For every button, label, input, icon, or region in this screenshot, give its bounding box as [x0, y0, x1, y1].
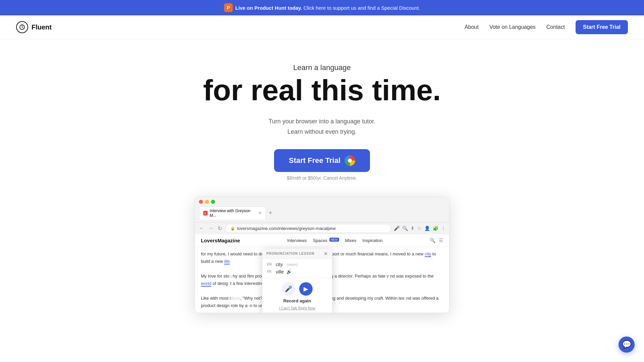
nav-links: About Vote on Languages Contact Start Fr… [465, 20, 628, 34]
address-text: loversmagazine.com/interviews/greyson-ma… [237, 226, 336, 231]
tab-label: Interview with Greyson M... [210, 208, 255, 218]
address-box[interactable]: 🔒 loversmagazine.com/interviews/greyson-… [225, 224, 391, 233]
website-content: LoversMagazine Interviews Spaces NEW Mix… [195, 234, 449, 313]
popup-close-icon[interactable]: ✕ [324, 251, 328, 256]
extension-icon[interactable]: 🧩 [433, 226, 438, 231]
tab-favicon: L [203, 211, 208, 216]
browser-tab-bar: L Interview with Greyson M... ✕ + [199, 206, 445, 220]
site-nav: Interviews Spaces NEW Mixes Inspiration [287, 238, 382, 243]
hero-subtitle: Learn a language [7, 63, 637, 72]
hero-cta-label: Start Free Trial [289, 156, 340, 165]
lock-icon: 🔒 [230, 226, 235, 231]
top-banner[interactable]: P Live on Product Hunt today. Click here… [0, 0, 644, 15]
play-button[interactable]: ▶ [299, 282, 313, 296]
dot-yellow[interactable] [205, 200, 209, 204]
site-nav-icons: 🔍 ☰ [430, 238, 443, 243]
site-nav-interviews[interactable]: Interviews [287, 238, 307, 243]
speaker-icon[interactable]: 🔊 [286, 269, 292, 274]
chrome-icon [344, 155, 355, 166]
banner-text: Live on Product Hunt today. Click here t… [235, 5, 420, 11]
hero-section: Learn a language for real this time. Tur… [0, 39, 644, 197]
nav-about[interactable]: About [465, 24, 479, 30]
new-badge: NEW [329, 238, 339, 242]
logo-icon [16, 21, 28, 33]
nav-logo[interactable]: Fluent [16, 21, 52, 33]
popup-en-row: EN city (noun) [262, 259, 332, 268]
site-search-icon[interactable]: 🔍 [430, 238, 435, 243]
menu-icon[interactable]: ⋮ [441, 226, 446, 231]
hero-description: Turn your browser into a language tutor.… [7, 116, 637, 137]
popup-header: PRONUNCIATION LESSON ✕ [262, 249, 332, 259]
nav-start-trial-button[interactable]: Start Free Trial [576, 20, 628, 34]
popup-en-pos: (noun) [287, 262, 298, 266]
tab-close-icon[interactable]: ✕ [259, 211, 262, 215]
site-nav-inspiration[interactable]: Inspiration [363, 238, 383, 243]
hero-title: for real this time. [7, 75, 637, 106]
site-header: LoversMagazine Interviews Spaces NEW Mix… [195, 234, 449, 247]
browser-chrome: L Interview with Greyson M... ✕ + [195, 197, 449, 223]
hero-cta-wrap: Start Free Trial $8/mth or $50/yr. Cance… [7, 149, 637, 181]
nav-contact[interactable]: Contact [546, 24, 565, 30]
record-buttons: 🎤 ▶ [282, 282, 313, 296]
site-menu-icon[interactable]: ☰ [439, 238, 443, 243]
microphone-button[interactable]: 🎤 [282, 282, 295, 296]
word-world[interactable]: world [201, 281, 211, 287]
profile-icon[interactable]: 👤 [424, 226, 430, 231]
producthunt-icon: P [224, 3, 233, 12]
site-nav-spaces[interactable]: Spaces NEW [313, 238, 339, 243]
popup-en-word: city [276, 262, 283, 267]
reload-icon[interactable]: ↻ [217, 225, 223, 232]
popup-fr-word: ville [276, 269, 284, 275]
popup-record-area: 🎤 ▶ Record again I Can't Talk Right Now [262, 278, 332, 313]
site-nav-mixes[interactable]: Mixes [345, 238, 357, 243]
share-icon[interactable]: ⬆ [411, 226, 415, 231]
browser-dots [199, 200, 445, 204]
popup-fr-lang: FR [267, 270, 273, 274]
navbar: Fluent About Vote on Languages Contact S… [0, 15, 644, 39]
forward-icon[interactable]: → [208, 225, 214, 231]
banner-rest: Click here to support us and find a Spec… [304, 5, 420, 11]
popup-fr-row: FR ville 🔊 [262, 268, 332, 278]
bookmark-icon[interactable]: ☆ [417, 226, 422, 231]
dot-red[interactable] [199, 200, 203, 204]
hero-price-note: $8/mth or $50/yr. Cancel Anytime. [287, 175, 357, 181]
search-icon[interactable]: 🔍 [402, 226, 408, 231]
popup-title: PRONUNCIATION LESSON [266, 252, 315, 255]
banner-bold: Live on Product Hunt today. [235, 5, 302, 11]
browser-tab[interactable]: L Interview with Greyson M... ✕ [199, 206, 266, 220]
back-icon[interactable]: ← [198, 225, 205, 231]
dot-green[interactable] [211, 200, 215, 204]
browser-actions: 🎤 🔍 ⬆ ☆ 👤 🧩 ⋮ [394, 226, 446, 231]
nav-vote[interactable]: Vote on Languages [489, 24, 536, 30]
browser-mockup: L Interview with Greyson M... ✕ + ← → ↻ … [195, 197, 449, 313]
record-again-label: Record again [283, 298, 311, 303]
site-logo: LoversMagazine [201, 238, 240, 243]
pronunciation-popup: PRONUNCIATION LESSON ✕ EN city (noun) FR… [262, 248, 332, 313]
tab-add-icon[interactable]: + [267, 209, 274, 217]
cant-talk-link[interactable]: I Can't Talk Right Now [279, 306, 315, 310]
word-life[interactable]: life [224, 259, 230, 264]
hero-start-trial-button[interactable]: Start Free Trial [274, 149, 370, 172]
word-city[interactable]: city [425, 251, 431, 257]
mic-icon[interactable]: 🎤 [394, 226, 399, 231]
browser-addressbar: ← → ↻ 🔒 loversmagazine.com/interviews/gr… [195, 223, 449, 234]
logo-label: Fluent [32, 23, 52, 31]
popup-en-lang: EN [267, 262, 273, 266]
